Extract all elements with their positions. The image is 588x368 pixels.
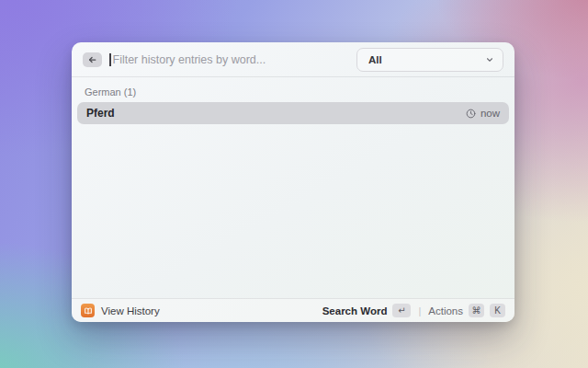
list-item-accessory: now (466, 108, 500, 119)
desktop-background: { "window": { "header": { "search_placeh… (0, 0, 588, 368)
actions-label: Actions (428, 305, 463, 316)
history-list: German (1) Pferd now (72, 77, 514, 298)
primary-action-button[interactable]: Search Word ↵ (322, 304, 412, 317)
back-arrow-icon (87, 55, 97, 64)
back-button[interactable] (83, 52, 102, 67)
k-key-icon: K (490, 304, 505, 317)
app-window: All German (1) Pferd now (72, 42, 514, 322)
list-item-pferd[interactable]: Pferd now (77, 102, 509, 124)
filter-dropdown[interactable]: All (356, 48, 503, 72)
search-input[interactable] (111, 53, 357, 66)
list-item-title: Pferd (86, 107, 115, 120)
search-bar: All (72, 42, 514, 77)
return-key-icon: ↵ (392, 304, 411, 317)
command-key-icon: ⌘ (469, 304, 484, 317)
actions-menu-button[interactable]: Actions ⌘ K (428, 304, 505, 317)
footer-divider: | (418, 305, 421, 316)
timestamp-label: now (481, 108, 500, 119)
filter-dropdown-value: All (368, 54, 382, 65)
clock-icon (466, 109, 476, 119)
history-book-icon (81, 304, 95, 317)
command-title: View History (101, 305, 160, 316)
footer-bar: View History Search Word ↵ | Actions ⌘ K (72, 298, 514, 322)
primary-action-label: Search Word (322, 305, 388, 316)
section-header: German (1) (72, 77, 514, 102)
chevron-down-icon (485, 55, 494, 64)
